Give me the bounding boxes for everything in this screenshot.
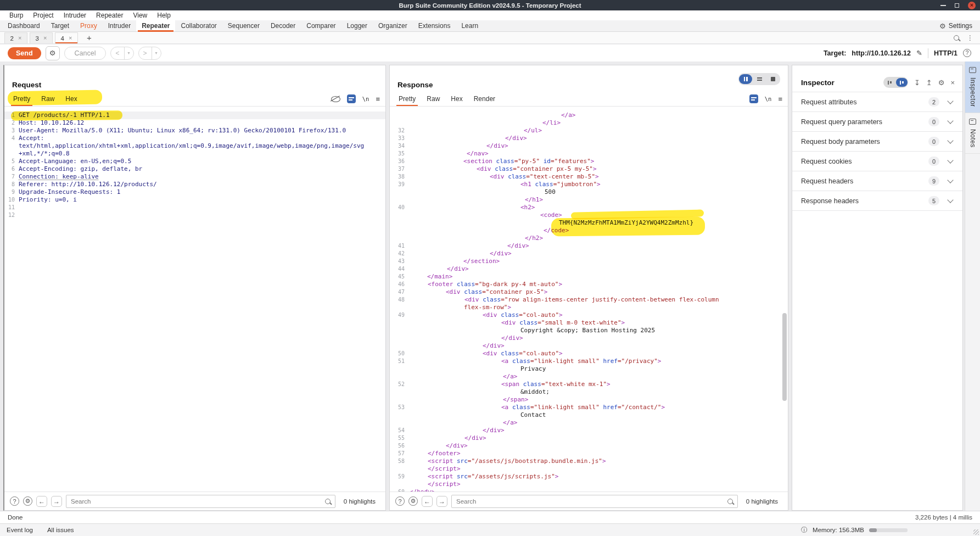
search-settings-icon[interactable]: ⚙ xyxy=(23,496,32,506)
response-viewer[interactable]: </a></li>32</ul>33</div>34</div>35</nav>… xyxy=(390,108,788,492)
dock-side-icon[interactable] xyxy=(884,78,895,87)
inspector-section-response-headers[interactable]: Response headers5 xyxy=(792,191,962,211)
expand-all-icon[interactable]: ↧ xyxy=(914,79,920,86)
prev-match-button[interactable]: ← xyxy=(422,496,433,507)
code-text: <h1 class="jumbotron"> xyxy=(408,181,601,188)
kebab-menu-icon[interactable]: ⋮ xyxy=(967,34,973,42)
columns-layout-icon[interactable] xyxy=(739,74,752,84)
inspector-section-request-cookies[interactable]: Request cookies0 xyxy=(792,151,962,171)
minimize-icon[interactable] xyxy=(940,5,946,6)
menu-project[interactable]: Project xyxy=(28,12,58,19)
newline-icon[interactable]: \n xyxy=(362,96,369,102)
tab-dashboard[interactable]: Dashboard xyxy=(2,20,46,31)
tab-proxy[interactable]: Proxy xyxy=(75,20,103,31)
caret-down-icon[interactable]: ▾ xyxy=(152,51,161,55)
close-icon[interactable]: × xyxy=(950,79,955,86)
add-tab-button[interactable]: + xyxy=(80,33,98,42)
newline-icon[interactable]: \n xyxy=(765,96,772,102)
single-layout-icon[interactable] xyxy=(766,74,780,84)
inspector-section-request-headers[interactable]: Request headers9 xyxy=(792,171,962,191)
cancel-button[interactable]: Cancel xyxy=(64,47,107,60)
hamburger-menu-icon[interactable]: ≡ xyxy=(376,95,380,103)
close-icon[interactable]: × xyxy=(968,2,976,9)
tab-target[interactable]: Target xyxy=(46,20,75,31)
maximize-icon[interactable] xyxy=(955,3,959,8)
search-help-icon[interactable]: ? xyxy=(395,496,405,506)
request-editor[interactable]: 1GET /products/-1 HTTP/1.12Host: 10.10.1… xyxy=(4,108,385,492)
hide-nonprintable-icon[interactable] xyxy=(331,96,340,102)
response-scrollbar-thumb[interactable] xyxy=(782,313,787,401)
prev-match-button[interactable]: ← xyxy=(36,496,47,507)
chevron-down-icon[interactable] xyxy=(947,177,953,183)
tab-sequencer[interactable]: Sequencer xyxy=(222,20,265,31)
tab-comparer[interactable]: Comparer xyxy=(301,20,341,31)
side-tab-inspector[interactable]: Inspector xyxy=(965,62,980,113)
response-line: </div> xyxy=(390,342,788,350)
chevron-down-icon[interactable] xyxy=(947,137,953,143)
gear-icon[interactable]: ⚙ xyxy=(938,79,945,86)
menu-burp[interactable]: Burp xyxy=(4,12,28,19)
chevron-down-icon[interactable] xyxy=(947,98,953,104)
inspector-section-request-attributes[interactable]: Request attributes2 xyxy=(792,92,962,111)
inspector-section-request-body-parameters[interactable]: Request body parameters0 xyxy=(792,131,962,151)
response-tab-pretty[interactable]: Pretty xyxy=(393,92,421,106)
back-button[interactable]: < ▾ xyxy=(110,47,133,60)
prettify-icon[interactable] xyxy=(347,94,356,103)
tab-intruder[interactable]: Intruder xyxy=(103,20,136,31)
inspector-section-request-query-parameters[interactable]: Request query parameters0 xyxy=(792,111,962,131)
menu-view[interactable]: View xyxy=(128,12,152,19)
code-text: <h2> xyxy=(408,204,535,211)
menu-intruder[interactable]: Intruder xyxy=(59,12,91,19)
resize-grip[interactable] xyxy=(973,529,979,535)
pencil-icon[interactable]: ✎ xyxy=(916,49,922,57)
collapse-all-icon[interactable]: ↥ xyxy=(926,79,932,86)
hamburger-menu-icon[interactable]: ≡ xyxy=(778,95,782,103)
request-tab-pretty[interactable]: Pretty xyxy=(8,92,36,106)
repeater-tab-3[interactable]: 3× xyxy=(30,32,53,43)
send-options-button[interactable]: ⚙ xyxy=(46,46,60,60)
settings-button[interactable]: ⚙ Settings xyxy=(939,20,980,31)
request-tab-hex[interactable]: Hex xyxy=(60,92,82,106)
forward-button[interactable]: > ▾ xyxy=(138,47,161,60)
tab-collaborator[interactable]: Collaborator xyxy=(175,20,222,31)
side-tab-notes[interactable]: Notes xyxy=(965,113,980,154)
search-help-icon[interactable]: ? xyxy=(10,496,19,506)
response-tab-render[interactable]: Render xyxy=(468,92,501,106)
search-icon[interactable] xyxy=(954,35,959,41)
response-tab-hex[interactable]: Hex xyxy=(445,92,468,106)
next-match-button[interactable]: → xyxy=(436,496,447,507)
response-search-input[interactable] xyxy=(452,498,727,505)
close-tab-icon[interactable]: × xyxy=(43,35,47,41)
menu-help[interactable]: Help xyxy=(152,12,176,19)
menu-repeater[interactable]: Repeater xyxy=(91,12,128,19)
line-number: 3 xyxy=(4,127,19,135)
next-match-button[interactable]: → xyxy=(51,496,62,507)
chevron-down-icon[interactable] xyxy=(947,197,953,203)
code-text: </div> xyxy=(408,135,527,142)
rows-layout-icon[interactable] xyxy=(753,74,766,84)
tab-learn[interactable]: Learn xyxy=(456,20,484,31)
prettify-icon[interactable] xyxy=(749,94,758,103)
repeater-tab-2[interactable]: 2× xyxy=(4,32,27,43)
response-tab-raw[interactable]: Raw xyxy=(421,92,445,106)
all-issues-tab[interactable]: All issues xyxy=(47,527,74,533)
dock-float-icon[interactable] xyxy=(896,78,908,87)
send-button[interactable]: Send xyxy=(8,47,41,59)
protocol-selector[interactable]: HTTP/1 xyxy=(934,49,957,57)
tab-organizer[interactable]: Organizer xyxy=(373,20,413,31)
repeater-tab-4[interactable]: 4× xyxy=(55,32,78,43)
tab-extensions[interactable]: Extensions xyxy=(413,20,456,31)
close-tab-icon[interactable]: × xyxy=(18,35,21,41)
search-settings-icon[interactable]: ⚙ xyxy=(408,496,418,506)
tab-repeater[interactable]: Repeater xyxy=(136,20,175,31)
tab-decoder[interactable]: Decoder xyxy=(265,20,301,31)
request-tab-raw[interactable]: Raw xyxy=(36,92,60,106)
event-log-tab[interactable]: Event log xyxy=(7,527,33,533)
close-tab-icon[interactable]: × xyxy=(69,35,72,41)
help-icon[interactable]: ? xyxy=(963,49,971,57)
chevron-down-icon[interactable] xyxy=(947,157,953,163)
tab-logger[interactable]: Logger xyxy=(341,20,373,31)
caret-down-icon[interactable]: ▾ xyxy=(125,51,133,55)
request-search-input[interactable] xyxy=(66,498,325,505)
chevron-down-icon[interactable] xyxy=(947,118,953,124)
